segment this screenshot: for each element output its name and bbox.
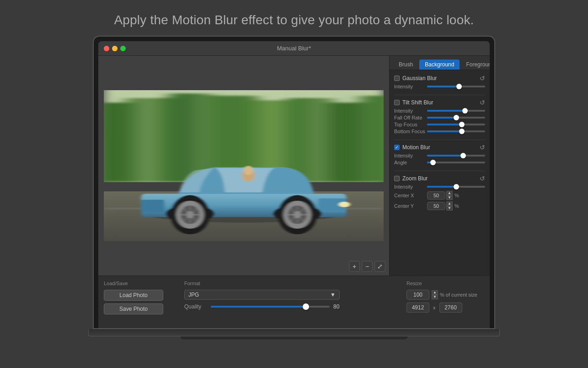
angle-row: Angle bbox=[394, 160, 485, 165]
quality-row: Quality 80 bbox=[184, 303, 399, 310]
center-y-down[interactable]: ▼ bbox=[446, 206, 453, 211]
tilt-shift-checkbox[interactable] bbox=[394, 100, 400, 105]
tab-background[interactable]: Background bbox=[419, 60, 460, 70]
svg-rect-9 bbox=[141, 90, 155, 182]
tilt-intensity-row: Intensity bbox=[394, 108, 485, 114]
canvas-area: + − ⤢ bbox=[98, 56, 389, 276]
load-save-section: Load/Save Load Photo Save Photo bbox=[104, 281, 177, 324]
center-x-input[interactable]: 50 bbox=[427, 191, 445, 200]
motion-blur-section: Motion Blur ↺ Intensity bbox=[394, 144, 485, 165]
zoom-out-button[interactable]: − bbox=[362, 261, 373, 272]
motion-blur-checkbox[interactable] bbox=[394, 145, 400, 150]
angle-track[interactable] bbox=[427, 162, 485, 163]
resize-percent-down[interactable]: ▼ bbox=[432, 295, 438, 299]
laptop-base bbox=[88, 329, 500, 336]
svg-rect-10 bbox=[197, 90, 206, 182]
load-photo-button[interactable]: Load Photo bbox=[104, 290, 163, 301]
tilt-intensity-label: Intensity bbox=[394, 108, 427, 114]
gaussian-intensity-row: Intensity bbox=[394, 84, 485, 89]
tilt-shift-refresh[interactable]: ↺ bbox=[480, 99, 485, 106]
fullscreen-button[interactable] bbox=[120, 46, 126, 51]
title-bar: Manual Blur* bbox=[98, 41, 490, 56]
motion-intensity-label: Intensity bbox=[394, 153, 427, 158]
top-focus-label: Top Focus bbox=[394, 122, 427, 127]
zoom-blur-label: Zoom Blur bbox=[402, 175, 428, 182]
center-x-percent: % bbox=[454, 193, 459, 198]
tab-bar: Brush Background Foreground bbox=[390, 56, 490, 70]
bottom-focus-track[interactable] bbox=[427, 130, 485, 132]
gaussian-blur-refresh[interactable]: ↺ bbox=[480, 75, 485, 82]
center-y-row: Center Y 50 ▲ ▼ % bbox=[394, 201, 485, 211]
traffic-lights[interactable] bbox=[104, 46, 126, 51]
motion-blur-label: Motion Blur bbox=[402, 144, 430, 151]
tab-brush[interactable]: Brush bbox=[393, 60, 418, 70]
zoom-in-button[interactable]: + bbox=[349, 261, 360, 272]
zoom-blur-checkbox[interactable] bbox=[394, 176, 400, 181]
window-title: Manual Blur* bbox=[277, 45, 311, 52]
resize-title: Resize bbox=[406, 281, 484, 286]
photo-canvas[interactable] bbox=[104, 90, 384, 241]
format-title: Format bbox=[184, 281, 399, 286]
resize-percent-stepper[interactable]: ▲ ▼ bbox=[432, 290, 438, 299]
laptop-foot bbox=[180, 336, 408, 340]
center-x-down[interactable]: ▼ bbox=[446, 195, 453, 200]
gaussian-intensity-label: Intensity bbox=[394, 84, 427, 89]
gaussian-blur-checkbox[interactable] bbox=[394, 76, 400, 81]
svg-rect-8 bbox=[360, 96, 384, 182]
motion-blur-refresh[interactable]: ↺ bbox=[480, 144, 485, 151]
zoom-blur-header: Zoom Blur ↺ bbox=[394, 175, 485, 182]
quality-track[interactable] bbox=[211, 306, 330, 308]
tilt-shift-label: Tilt Shift Blur bbox=[402, 99, 433, 106]
svg-rect-7 bbox=[328, 103, 365, 182]
fall-off-track[interactable] bbox=[427, 117, 485, 119]
svg-point-19 bbox=[339, 202, 350, 207]
svg-rect-18 bbox=[141, 200, 165, 212]
tilt-intensity-track[interactable] bbox=[427, 110, 485, 112]
zoom-blur-refresh[interactable]: ↺ bbox=[480, 175, 485, 182]
minimize-button[interactable] bbox=[112, 46, 118, 51]
resize-percent-label: % of current size bbox=[440, 292, 477, 298]
center-y-input[interactable]: 50 bbox=[427, 202, 445, 210]
quality-label: Quality bbox=[184, 303, 207, 310]
svg-point-39 bbox=[244, 166, 253, 175]
format-select-row: JPG ▼ bbox=[184, 290, 399, 300]
panel-content: Gaussian Blur ↺ Intensity bbox=[390, 70, 490, 276]
center-y-label: Center Y bbox=[394, 203, 427, 209]
motion-intensity-row: Intensity bbox=[394, 153, 485, 158]
resize-percent-up[interactable]: ▲ bbox=[432, 290, 438, 295]
resize-percent-row: 100 ▲ ▼ % of current size bbox=[406, 290, 484, 300]
zoom-intensity-track[interactable] bbox=[427, 186, 485, 188]
gaussian-blur-label: Gaussian Blur bbox=[402, 75, 437, 81]
zoom-intensity-label: Intensity bbox=[394, 184, 427, 189]
save-photo-button[interactable]: Save Photo bbox=[104, 303, 163, 314]
tab-foreground[interactable]: Foreground bbox=[460, 60, 490, 70]
resize-section: Resize 100 ▲ ▼ % of current size 4912 x … bbox=[406, 281, 484, 324]
close-button[interactable] bbox=[104, 46, 109, 51]
svg-rect-12 bbox=[314, 90, 323, 182]
resize-width-input[interactable]: 4912 bbox=[406, 303, 429, 313]
center-y-stepper[interactable]: ▲ ▼ bbox=[446, 201, 453, 211]
canvas-tools: + − ⤢ bbox=[349, 261, 385, 272]
fit-screen-button[interactable]: ⤢ bbox=[374, 261, 385, 272]
center-x-row: Center X 50 ▲ ▼ % bbox=[394, 191, 485, 200]
top-focus-row: Top Focus bbox=[394, 122, 485, 127]
format-value: JPG bbox=[188, 292, 199, 298]
gaussian-blur-header: Gaussian Blur ↺ bbox=[394, 75, 485, 82]
resize-percent-input[interactable]: 100 bbox=[406, 290, 429, 300]
right-panel: Brush Background Foreground Gaussian Blu… bbox=[389, 56, 490, 276]
format-select[interactable]: JPG ▼ bbox=[184, 290, 340, 300]
center-x-up[interactable]: ▲ bbox=[446, 191, 453, 195]
format-dropdown-arrow: ▼ bbox=[330, 292, 336, 298]
zoom-intensity-row: Intensity bbox=[394, 184, 485, 189]
top-focus-track[interactable] bbox=[427, 124, 485, 125]
gaussian-intensity-track[interactable] bbox=[427, 86, 485, 87]
center-y-up[interactable]: ▲ bbox=[446, 201, 453, 206]
quality-value: 80 bbox=[333, 303, 345, 310]
fall-off-label: Fall Off Rate bbox=[394, 115, 427, 120]
resize-height-input[interactable]: 2760 bbox=[439, 303, 462, 313]
resize-x-label: x bbox=[433, 305, 436, 310]
motion-intensity-track[interactable] bbox=[427, 155, 485, 157]
center-y-percent: % bbox=[454, 203, 459, 209]
center-x-stepper[interactable]: ▲ ▼ bbox=[446, 191, 453, 200]
bottom-bar: Load/Save Load Photo Save Photo Format J… bbox=[98, 276, 490, 328]
